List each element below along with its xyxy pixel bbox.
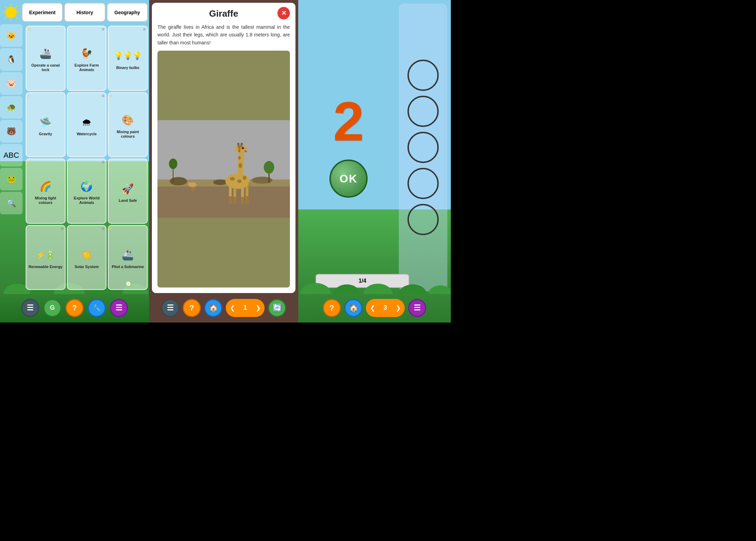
star-icon-6: ✦ <box>110 227 112 231</box>
sidebar-item-cat[interactable]: 🐱 <box>0 24 23 47</box>
geography-nav-button[interactable]: Geography <box>107 3 148 22</box>
sidebar-item-frog[interactable]: 🐸 <box>0 168 23 190</box>
sidebar-item-abc[interactable]: ABC <box>0 144 23 166</box>
grid-item-land-safe[interactable]: ✦ 🚀 Land Safe <box>108 158 148 224</box>
p2-page-number: 1 <box>239 299 251 317</box>
quiz-number: 2 <box>333 94 364 149</box>
svg-line-8 <box>5 17 7 18</box>
svg-point-28 <box>237 180 241 183</box>
p3-help-button[interactable]: ? <box>323 299 341 317</box>
grid-item-renewable-energy[interactable]: ⚙ ⚡🔋 Renewable Energy <box>26 225 66 290</box>
svg-point-40 <box>238 156 241 160</box>
panel-quiz: 2 OK 1/4 ? 🏠 ❮ 3 ❯ ☰ <box>298 0 451 323</box>
giraffe-description: The giraffe lives in Africa and is the t… <box>157 23 290 46</box>
svg-point-60 <box>334 284 360 294</box>
svg-point-49 <box>244 150 247 152</box>
sidebar: 🐱 🐧 🐷 🐢 🐻 ABC 🐸 🔍 <box>0 24 24 214</box>
svg-rect-36 <box>241 197 244 204</box>
p3-nav-arrows: ❮ 3 ❯ <box>366 299 405 317</box>
p2-help-button[interactable]: ? <box>183 299 201 317</box>
sidebar-item-turtle[interactable]: 🐢 <box>0 96 23 119</box>
experiment-nav-button[interactable]: Experiment <box>22 3 63 22</box>
p2-bottom-bar: ☰ ? 🏠 ❮ 1 ❯ 🔄 <box>149 293 298 323</box>
watercycle-label: Watercycle <box>77 132 97 136</box>
mixing-paint-icon: 🎨 <box>122 111 134 130</box>
quiz-circle-4[interactable] <box>407 168 439 199</box>
sidebar-item-pig[interactable]: 🐷 <box>0 72 23 95</box>
sun-icon <box>1 3 20 22</box>
svg-rect-37 <box>246 196 248 204</box>
svg-marker-38 <box>238 152 244 174</box>
p3-list-button[interactable]: ☰ <box>408 299 426 317</box>
svg-point-43 <box>237 143 239 145</box>
p2-home-button[interactable]: 🏠 <box>204 299 222 317</box>
canal-lock-icon: 🚢 <box>40 44 52 63</box>
grid-item-gravity[interactable]: ✦ 🛸 Gravity <box>26 92 66 157</box>
svg-point-59 <box>300 283 331 294</box>
giraffe-image <box>157 51 290 287</box>
p3-page-number: 3 <box>379 299 392 317</box>
p2-refresh-button[interactable]: 🔄 <box>268 299 286 317</box>
quiz-circle-3[interactable] <box>407 132 439 163</box>
grid-item-canal-lock[interactable]: ⚙ 🚢 Operate a canal lock <box>26 26 66 91</box>
sidebar-item-penguin[interactable]: 🐧 <box>0 48 23 71</box>
renewable-energy-icon: ⚡🔋 <box>36 246 55 265</box>
quiz-circle-5[interactable] <box>407 204 439 235</box>
ok-button[interactable]: OK <box>329 160 368 198</box>
g-button[interactable]: G <box>43 299 61 317</box>
grid-item-binary-bulbs[interactable]: ⚙ 💡💡💡 Binary bulbs <box>108 26 148 91</box>
svg-line-50 <box>244 152 247 152</box>
gear-icon-3: ⚙ <box>102 94 105 98</box>
land-safe-icon: 🚀 <box>122 179 134 198</box>
circles-panel <box>399 3 447 291</box>
svg-line-6 <box>15 17 17 18</box>
grid-item-solar-system[interactable]: ⚙ ☀️ Solar System <box>67 225 107 290</box>
svg-point-47 <box>242 147 244 149</box>
grid-item-watercycle[interactable]: ⚙ 🌧 Watercycle <box>67 92 107 157</box>
p2-prev-button[interactable]: ❮ <box>226 299 239 317</box>
canal-lock-label: Operate a canal lock <box>28 63 63 72</box>
world-animals-icon: 🌍 <box>80 177 93 196</box>
star-icon-3: ✦ <box>110 94 112 98</box>
giraffe-card: Giraffe ✕ The giraffe lives in Africa an… <box>152 3 295 293</box>
svg-point-45 <box>241 143 243 145</box>
grid-item-farm-animals[interactable]: ⚙ 🐓 Explore Farm Animals <box>67 26 107 91</box>
grid-item-mixing-paint[interactable]: ✦ 🎨 Mixing paint colours <box>108 92 148 157</box>
p3-next-button[interactable]: ❯ <box>392 299 405 317</box>
grid-item-submarine[interactable]: ✦ 🚢 Pilot a Submarine <box>108 225 148 290</box>
menu-button[interactable]: ☰ <box>21 299 39 317</box>
list-button[interactable]: ☰ <box>110 299 128 317</box>
svg-line-7 <box>15 6 17 8</box>
star-icon: ⚙ <box>27 27 31 31</box>
svg-point-46 <box>243 148 248 151</box>
settings-button[interactable]: 🔧 <box>88 299 106 317</box>
p2-next-button[interactable]: ❯ <box>251 299 265 317</box>
quiz-circle-1[interactable] <box>407 60 439 91</box>
mixing-light-label: Mixing light colours <box>28 196 63 205</box>
grid-item-mixing-light[interactable]: ✦ 🌈 Mixing light colours <box>26 158 66 224</box>
p2-menu-button[interactable]: ☰ <box>161 299 179 317</box>
quiz-circle-2[interactable] <box>407 96 439 127</box>
sidebar-item-bear[interactable]: 🐻 <box>0 120 23 143</box>
watercycle-icon: 🌧 <box>82 113 92 132</box>
star-icon-2: ✦ <box>27 94 30 98</box>
grid-item-world-animals[interactable]: ⚙ 🌍 Explore World Animals <box>67 158 107 224</box>
history-nav-button[interactable]: History <box>64 3 105 22</box>
svg-point-19 <box>170 177 187 186</box>
close-button[interactable]: ✕ <box>277 7 290 19</box>
help-button[interactable]: ? <box>66 299 84 317</box>
binary-bulbs-label: Binary bulbs <box>116 66 139 70</box>
p3-home-button[interactable]: 🏠 <box>344 299 362 317</box>
p2-nav-arrows: ❮ 1 ❯ <box>226 299 265 317</box>
sidebar-item-search[interactable]: 🔍 <box>0 192 23 214</box>
star-icon-5: ✦ <box>110 160 112 164</box>
p3-prev-button[interactable]: ❮ <box>366 299 379 317</box>
submarine-label: Pilot a Submarine <box>112 265 144 269</box>
svg-point-39 <box>239 163 242 168</box>
card-title: Giraffe <box>209 8 238 19</box>
solar-system-label: Solar System <box>75 265 99 269</box>
farm-animals-icon: 🐓 <box>80 44 93 63</box>
svg-line-5 <box>5 6 7 8</box>
svg-point-23 <box>264 161 274 173</box>
top-navigation-bar: Experiment History Geography <box>0 0 149 25</box>
